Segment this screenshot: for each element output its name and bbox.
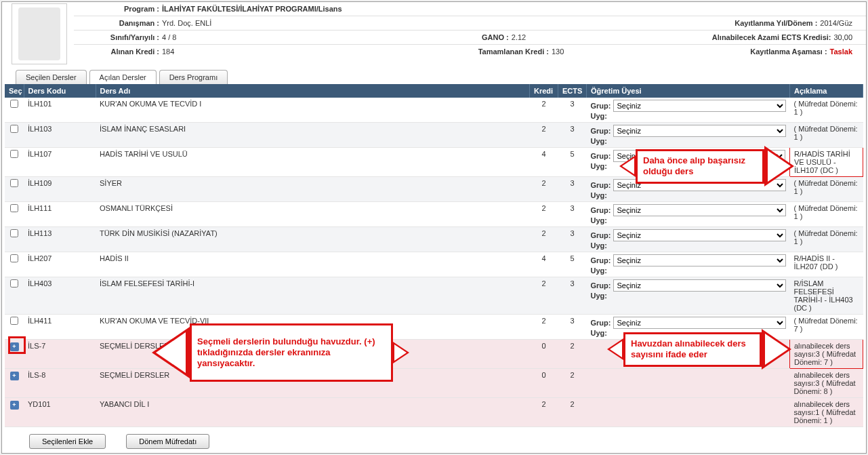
table-row: İLH109SİYER23Grup:SeçinizUyg:( Müfredat … (5, 177, 863, 202)
course-ects: 3 (558, 177, 587, 202)
course-name: YABANCI DİL I (96, 398, 530, 427)
course-ects: 3 (558, 202, 587, 227)
uyg-label: Uyg: (591, 241, 607, 250)
group-label: Grup: (591, 102, 611, 110)
completed-credit-value: 130 (552, 47, 592, 56)
advisor-label: Danışman : (74, 19, 162, 27)
select-checkbox[interactable] (10, 229, 18, 237)
course-name: KUR'AN OKUMA VE TECVİD I (96, 98, 530, 123)
course-desc: alınabilecek ders sayısı:3 ( Müfredat Dö… (790, 369, 863, 398)
group-select[interactable]: Seçiniz (613, 254, 785, 266)
course-name: KUR'AN OKUMA VE TECVİD-VII (96, 315, 530, 340)
expand-icon[interactable]: + (10, 342, 19, 351)
instructor-cell: Grup:SeçinizUyg: (587, 177, 790, 202)
select-checkbox[interactable] (10, 100, 18, 108)
group-select[interactable]: Seçiniz (613, 100, 785, 112)
course-code: İLH111 (24, 202, 96, 227)
group-select[interactable]: Seçiniz (613, 179, 785, 191)
course-name: SEÇMELİ DERSLER (96, 340, 530, 369)
select-checkbox[interactable] (10, 150, 18, 158)
course-code: İLH107 (24, 148, 96, 177)
select-checkbox[interactable] (10, 279, 18, 288)
group-label: Grup: (591, 231, 611, 239)
table-row: +İLS-8SEÇMELİ DERSLER02alınabilecek ders… (5, 369, 863, 398)
select-checkbox[interactable] (10, 317, 18, 325)
group-select[interactable]: Seçiniz (613, 204, 785, 216)
table-row: İLH101KUR'AN OKUMA VE TECVİD I23Grup:Seç… (5, 98, 863, 123)
course-desc: R/HADİS TARİHİ VE USULÜ - İLH107 (DC ) (790, 148, 863, 177)
select-checkbox[interactable] (10, 254, 18, 262)
add-selected-button[interactable]: Seçilenleri Ekle (29, 434, 106, 449)
program-label: Program : (74, 5, 162, 13)
student-photo (12, 3, 67, 64)
course-name: HADİS II (96, 252, 530, 277)
group-label: Grup: (591, 281, 611, 290)
table-row: İLH113TÜRK DİN MUSİKİSİ (NAZARİYAT)23Gru… (5, 227, 863, 252)
instructor-cell (587, 369, 790, 398)
course-credit: 4 (530, 148, 558, 177)
reg-year-label: Kayıtlanma Yıl/Dönem : (735, 19, 820, 27)
expand-icon[interactable]: + (10, 401, 19, 410)
courses-table: Seç Ders Kodu Ders Adı Kredi ECTS Öğreti… (5, 84, 863, 427)
advisor-value: Yrd. Doç. ENLİ (162, 19, 449, 27)
class-sem-label: Sınıfı/Yarıyılı : (74, 33, 162, 41)
course-code: YD101 (24, 398, 96, 427)
group-select[interactable]: Seçiniz (613, 279, 785, 292)
course-code: İLH207 (24, 252, 96, 277)
reg-stage-label: Kayıtlanma Aşaması : (750, 47, 829, 56)
group-select[interactable]: Seçiniz (613, 229, 785, 241)
course-desc: alınabilecek ders sayısı:1 ( Müfredat Dö… (790, 398, 863, 427)
course-ects: 3 (558, 123, 587, 148)
group-select[interactable]: Seçiniz (613, 150, 785, 162)
term-curriculum-button[interactable]: Dönem Müfredatı (126, 434, 209, 449)
instructor-cell: Grup:SeçinizUyg: (587, 98, 790, 123)
instructor-cell: Grup:SeçinizUyg: (587, 252, 790, 277)
uyg-label: Uyg: (591, 162, 607, 170)
course-credit: 2 (530, 227, 558, 252)
group-label: Grup: (591, 319, 611, 327)
reg-year-value: 2014/Güz (820, 19, 859, 27)
course-credit: 4 (530, 252, 558, 277)
course-code: İLS-8 (24, 369, 96, 398)
select-checkbox[interactable] (10, 125, 18, 133)
gano-label: GANO : (482, 33, 512, 41)
course-credit: 2 (530, 277, 558, 315)
course-desc: ( Müfredat Dönemi: 1 ) (790, 202, 863, 227)
reg-stage-value: Taslak (830, 47, 859, 56)
table-row: İLH107HADİS TARİHİ VE USULÜ45Grup:Seçini… (5, 148, 863, 177)
instructor-cell: Grup:SeçinizUyg: (587, 123, 790, 148)
tab-selected-courses[interactable]: Seçilen Dersler (16, 70, 87, 84)
group-label: Grup: (591, 256, 611, 264)
course-name: SİYER (96, 177, 530, 202)
course-code: İLH411 (24, 315, 96, 340)
table-row: +İLS-7SEÇMELİ DERSLER02alınabilecek ders… (5, 340, 863, 369)
table-row: İLH411KUR'AN OKUMA VE TECVİD-VII23Grup:S… (5, 315, 863, 340)
course-ects: 5 (558, 252, 587, 277)
instructor-cell: Grup:SeçinizUyg: (587, 277, 790, 315)
group-select[interactable]: Seçiniz (613, 125, 785, 137)
tab-schedule[interactable]: Ders Programı (159, 70, 228, 84)
select-checkbox[interactable] (10, 204, 18, 212)
group-label: Grup: (591, 181, 611, 189)
class-sem-value: 4 / 8 (162, 33, 322, 41)
th-credit: Kredi (530, 84, 558, 98)
group-select[interactable]: Seçiniz (613, 317, 785, 329)
course-desc: R/HADİS II - İLH207 (DD ) (790, 252, 863, 277)
course-name: HADİS TARİHİ VE USULÜ (96, 148, 530, 177)
select-checkbox[interactable] (10, 179, 18, 187)
course-code: İLH109 (24, 177, 96, 202)
th-desc: Açıklama (790, 84, 863, 98)
course-ects: 3 (558, 277, 587, 315)
course-credit: 0 (530, 369, 558, 398)
course-desc: ( Müfredat Dönemi: 1 ) (790, 227, 863, 252)
uyg-label: Uyg: (591, 266, 607, 275)
expand-icon[interactable]: + (10, 372, 19, 380)
uyg-label: Uyg: (591, 112, 607, 120)
tab-opened-courses[interactable]: Açılan Dersler (89, 70, 157, 84)
course-credit: 2 (530, 177, 558, 202)
completed-credit-label: Tamamlanan Kredi : (478, 47, 552, 56)
course-name: TÜRK DİN MUSİKİSİ (NAZARİYAT) (96, 227, 530, 252)
course-credit: 2 (530, 315, 558, 340)
course-name: İSLAM İNANÇ ESASLARI (96, 123, 530, 148)
course-code: İLS-7 (24, 340, 96, 369)
